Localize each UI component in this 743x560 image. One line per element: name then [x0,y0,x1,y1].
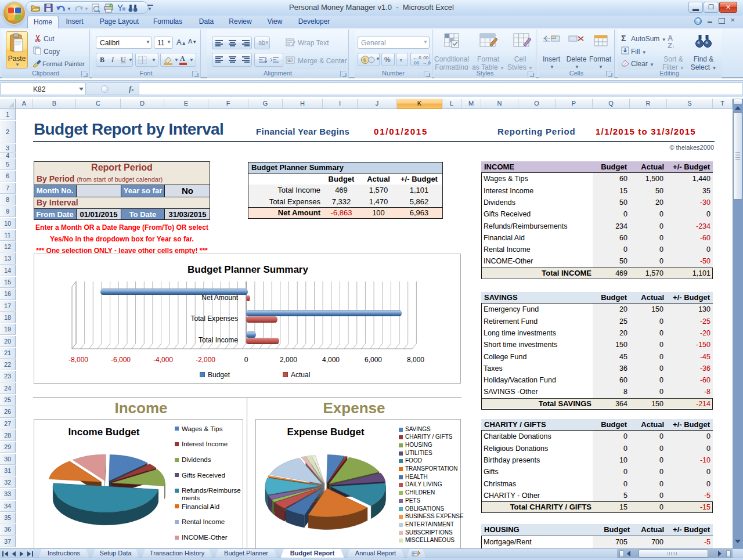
svg-text:$: $ [363,57,366,63]
